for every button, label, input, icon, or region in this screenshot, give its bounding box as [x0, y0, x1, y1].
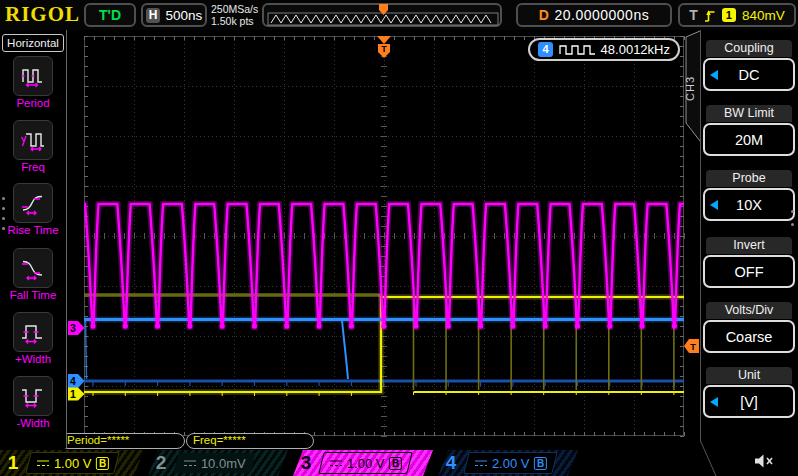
delay-icon: D [539, 7, 550, 23]
channel-number: 3 [293, 450, 319, 476]
channel3-menu-tab: CH3 [684, 42, 700, 134]
freq-icon [13, 120, 53, 160]
bw-limit-indicator: B [96, 457, 109, 470]
timebase-box[interactable]: H 500ns [141, 3, 207, 27]
menu-item-label: Period [0, 97, 66, 109]
bw-limit-value: 20M [735, 132, 763, 148]
channel-status-bar: 1 1.00 V B 2 10.0mV 3 1.00 V B 4 [0, 448, 798, 476]
trigger-status-text: T'D [99, 7, 121, 23]
frequency-counter-badge: 4 48.0012kHz [528, 38, 680, 61]
menu-item-label: Coupling [706, 40, 792, 57]
menu-item-label: Invert [706, 237, 792, 254]
memory-depth: 1.50k pts [211, 15, 258, 27]
horizontal-menu: Horizontal Period Freq Rise Time Fall Ti… [0, 30, 67, 448]
channel2-badge[interactable]: 2 10.0mV [148, 450, 288, 476]
coupling-value: DC [739, 67, 760, 83]
fall-time-icon [13, 248, 53, 288]
bw-limit-indicator: B [534, 457, 547, 470]
sample-rate: 250MSa/s [211, 3, 258, 15]
minus-width-icon [13, 376, 53, 416]
channel4-badge[interactable]: 4 2.00 V B [438, 450, 578, 476]
trigger-position-marker[interactable]: T [377, 36, 391, 58]
menu-item-label: Volts/Div [706, 302, 792, 319]
invert-value: OFF [735, 264, 764, 280]
menu-item-label: Freq [0, 161, 66, 173]
svg-text:1: 1 [70, 388, 76, 400]
horizontal-icon: H [146, 8, 161, 23]
menu-item-invert: Invert OFF [700, 237, 798, 288]
menu-item-label: BW Limit [706, 105, 792, 122]
top-status-bar: RIGOL T'D H 500ns 250MSa/s 1.50k pts D 2… [0, 0, 798, 30]
trigger-letter: T [689, 7, 698, 23]
trigger-status-badge: T'D [84, 3, 136, 27]
dc-coupling-icon [474, 458, 488, 468]
volts-div-button[interactable]: Coarse [703, 320, 795, 353]
menu-item-probe: Probe 10X [700, 170, 798, 221]
channel3-badge[interactable]: 3 1.00 V B [293, 450, 433, 476]
dc-coupling-icon [36, 458, 50, 468]
menu-item-coupling: Coupling DC [700, 40, 798, 91]
channel3-offset-tag[interactable]: 3 [68, 321, 85, 335]
menu-item-bw-limit: BW Limit 20M [700, 105, 798, 156]
menu-item-freq[interactable]: Freq [0, 120, 66, 173]
menu-item-label: -Width [0, 417, 66, 429]
menu-scroll-indicator [2, 190, 5, 237]
dc-coupling-icon [183, 458, 197, 468]
graticule [84, 36, 685, 437]
bw-limit-indicator: B [389, 457, 402, 470]
preview-wave-icon [265, 4, 501, 26]
menu-item-volts-div: Volts/Div Coarse [700, 302, 798, 353]
channel-scale: 1.00 V [347, 456, 385, 471]
rise-time-icon [13, 183, 53, 223]
channel-number: 1 [0, 450, 26, 476]
menu-item-label: Rise Time [0, 224, 66, 236]
rising-edge-icon [704, 8, 716, 23]
channel1-badge[interactable]: 1 1.00 V B [0, 450, 144, 476]
channel3-menu: Coupling DC BW Limit 20M Probe 10X Inver… [700, 30, 798, 476]
left-arrow-icon [710, 397, 718, 407]
trigger-source-badge: 1 [722, 8, 736, 22]
delay-value: 20.0000000ns [554, 7, 649, 23]
channel1-offset-tag[interactable]: 1 [68, 388, 85, 401]
bw-limit-button[interactable]: 20M [703, 123, 795, 156]
menu-item-fall-time[interactable]: Fall Time [0, 248, 66, 301]
trigger-level-marker[interactable]: T [684, 339, 699, 353]
svg-text:3: 3 [70, 322, 76, 334]
channel-scale: 1.00 V [54, 456, 92, 471]
menu-title: Horizontal [2, 34, 64, 52]
traces [84, 204, 712, 396]
menu-item-minus-width[interactable]: -Width [0, 376, 66, 429]
volts-div-value: Coarse [726, 329, 773, 345]
sound-muted-icon [753, 453, 775, 473]
menu-item-period[interactable]: Period [0, 56, 66, 109]
menu-item-label: +Width [0, 353, 66, 365]
channel-scale: 10.0mV [201, 456, 246, 471]
menu-item-plus-width[interactable]: +Width [0, 312, 66, 365]
menu-item-unit: Unit [V] [700, 367, 798, 418]
trigger-level-value: 840mV [742, 8, 785, 23]
menu-item-rise-time[interactable]: Rise Time [0, 183, 66, 236]
probe-value: 10X [736, 197, 762, 213]
period-icon [13, 56, 53, 96]
svg-text:T: T [381, 44, 387, 54]
unit-button[interactable]: [V] [703, 385, 795, 418]
waveform-display: T T 3 4 1 [0, 0, 798, 476]
delay-box[interactable]: D 20.0000000ns [516, 3, 672, 27]
trigger-info-box[interactable]: T 1 840mV [678, 3, 796, 27]
square-wave-icon [559, 43, 595, 56]
acquisition-info: 250MSa/s 1.50k pts [211, 3, 258, 27]
counter-source-badge: 4 [538, 42, 553, 57]
measurement-freq: Freq=***** [186, 433, 314, 449]
menu-item-label: Unit [706, 367, 792, 384]
channel4-offset-tag[interactable]: 4 [68, 374, 85, 388]
coupling-button[interactable]: DC [703, 58, 795, 91]
dc-coupling-icon [329, 458, 343, 468]
invert-button[interactable]: OFF [703, 255, 795, 288]
probe-button[interactable]: 10X [703, 188, 795, 221]
svg-text:T: T [690, 342, 696, 352]
channel-scale: 2.00 V [492, 456, 530, 471]
unit-value: [V] [740, 394, 758, 410]
counter-frequency-value: 48.0012kHz [601, 42, 670, 57]
menu-item-label: Probe [706, 170, 792, 187]
waveform-preview[interactable] [262, 3, 502, 27]
